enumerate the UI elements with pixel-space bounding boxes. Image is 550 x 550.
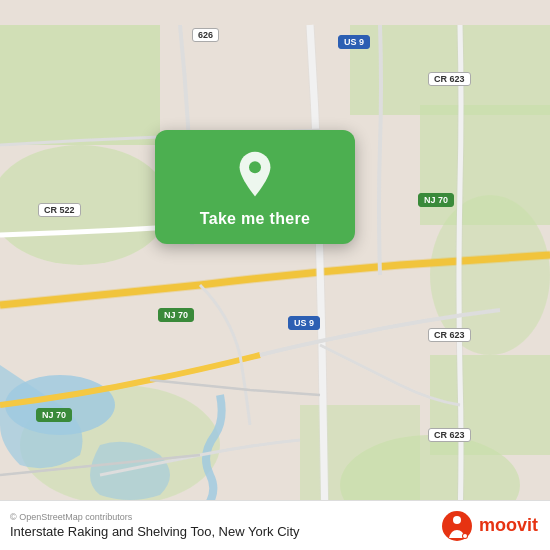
svg-rect-0	[0, 25, 160, 145]
copyright-text: © OpenStreetMap contributors	[10, 512, 300, 522]
svg-point-10	[249, 161, 261, 173]
road-badge-cr623-bot: CR 623	[428, 428, 471, 442]
bottom-left: © OpenStreetMap contributors Interstate …	[10, 512, 300, 539]
location-name: Interstate Raking and Shelving Too, New …	[10, 524, 300, 539]
road-badge-nj70-bot: NJ 70	[36, 408, 72, 422]
road-badge-us9-top: US 9	[338, 35, 370, 49]
moovit-icon	[441, 510, 473, 542]
bottom-bar: © OpenStreetMap contributors Interstate …	[0, 500, 550, 550]
svg-point-12	[453, 516, 461, 524]
location-pin-icon	[231, 150, 279, 198]
road-badge-nj70-mid: NJ 70	[158, 308, 194, 322]
road-badge-us9-mid: US 9	[288, 316, 320, 330]
take-me-there-button[interactable]: Take me there	[200, 210, 310, 228]
road-badge-cr522: CR 522	[38, 203, 81, 217]
take-me-there-card[interactable]: Take me there	[155, 130, 355, 244]
road-badge-cr626: 626	[192, 28, 219, 42]
road-badge-nj70-right: NJ 70	[418, 193, 454, 207]
road-badge-cr623-top: CR 623	[428, 72, 471, 86]
moovit-label: moovit	[479, 515, 538, 536]
map-container: 626 US 9 CR 623 NJ 70 CR 522 NJ 70 US 9 …	[0, 0, 550, 550]
moovit-logo: moovit	[441, 510, 538, 542]
svg-point-14	[463, 534, 467, 538]
road-badge-cr623-mid: CR 623	[428, 328, 471, 342]
svg-point-1	[0, 145, 170, 265]
